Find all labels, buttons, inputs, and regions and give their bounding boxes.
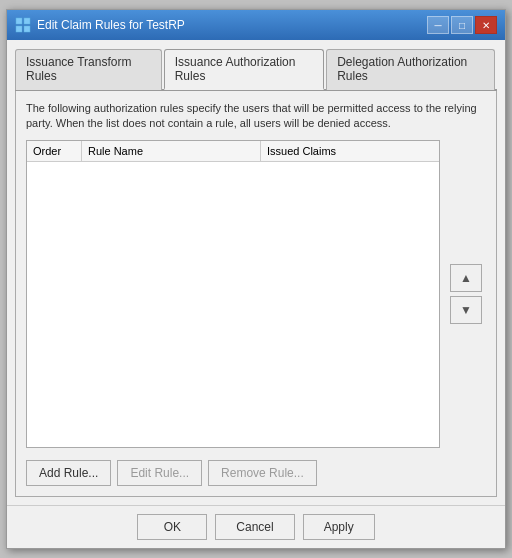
- svg-rect-2: [16, 26, 22, 32]
- side-buttons: ▲ ▼: [446, 140, 486, 448]
- column-header-issued-claims: Issued Claims: [261, 141, 439, 161]
- tab-issuance-transform[interactable]: Issuance Transform Rules: [15, 49, 162, 90]
- title-bar-left: Edit Claim Rules for TestRP: [15, 17, 185, 33]
- add-rule-button[interactable]: Add Rule...: [26, 460, 111, 486]
- rule-action-buttons: Add Rule... Edit Rule... Remove Rule...: [26, 460, 486, 486]
- close-button[interactable]: ✕: [475, 16, 497, 34]
- table-area: Order Rule Name Issued Claims ▲ ▼: [26, 140, 486, 448]
- svg-rect-1: [24, 18, 30, 24]
- tab-bar: Issuance Transform Rules Issuance Author…: [15, 48, 497, 91]
- info-text: The following authorization rules specif…: [26, 101, 486, 132]
- tab-delegation-auth[interactable]: Delegation Authorization Rules: [326, 49, 495, 90]
- restore-button[interactable]: □: [451, 16, 473, 34]
- apply-button[interactable]: Apply: [303, 514, 375, 540]
- dialog-footer: OK Cancel Apply: [7, 505, 505, 548]
- title-bar-controls: ─ □ ✕: [427, 16, 497, 34]
- table-body: [27, 162, 439, 447]
- tab-issuance-transform-label: Issuance Transform Rules: [26, 55, 131, 83]
- rules-table: Order Rule Name Issued Claims: [26, 140, 440, 448]
- main-window: Edit Claim Rules for TestRP ─ □ ✕ Issuan…: [6, 9, 506, 549]
- remove-rule-button[interactable]: Remove Rule...: [208, 460, 317, 486]
- svg-rect-0: [16, 18, 22, 24]
- cancel-button[interactable]: Cancel: [215, 514, 294, 540]
- move-down-button[interactable]: ▼: [450, 296, 482, 324]
- ok-button[interactable]: OK: [137, 514, 207, 540]
- tab-panel: The following authorization rules specif…: [15, 91, 497, 497]
- title-bar: Edit Claim Rules for TestRP ─ □ ✕: [7, 10, 505, 40]
- tab-delegation-auth-label: Delegation Authorization Rules: [337, 55, 467, 83]
- column-header-rule-name: Rule Name: [82, 141, 261, 161]
- down-arrow-icon: ▼: [460, 303, 472, 317]
- column-header-order: Order: [27, 141, 82, 161]
- svg-rect-3: [24, 26, 30, 32]
- up-arrow-icon: ▲: [460, 271, 472, 285]
- content-area: Issuance Transform Rules Issuance Author…: [7, 40, 505, 505]
- minimize-button[interactable]: ─: [427, 16, 449, 34]
- tab-issuance-auth-label: Issuance Authorization Rules: [175, 55, 296, 83]
- window-icon: [15, 17, 31, 33]
- move-up-button[interactable]: ▲: [450, 264, 482, 292]
- tab-issuance-auth[interactable]: Issuance Authorization Rules: [164, 49, 324, 90]
- edit-rule-button[interactable]: Edit Rule...: [117, 460, 202, 486]
- window-title: Edit Claim Rules for TestRP: [37, 18, 185, 32]
- table-header: Order Rule Name Issued Claims: [27, 141, 439, 162]
